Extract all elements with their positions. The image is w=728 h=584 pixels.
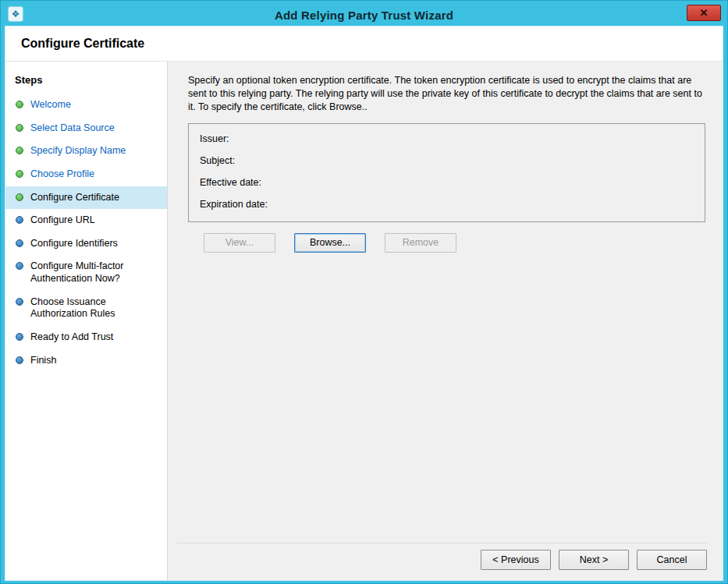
step-current-icon	[16, 193, 23, 201]
wizard-footer: < Previous Next > Cancel	[177, 543, 707, 570]
step-completed-icon	[16, 170, 23, 178]
certificate-actions: View... Browse... Remove	[204, 233, 705, 253]
remove-button: Remove	[385, 233, 456, 253]
page-title: Configure Certificate	[21, 37, 144, 51]
sidebar-item-label: Welcome	[30, 99, 71, 111]
wizard-window: ❖ Add Relying Party Trust Wizard ✕ Confi…	[0, 0, 728, 584]
main-panel: Specify an optional token encryption cer…	[168, 62, 723, 580]
sidebar-item-label: Configure Certificate	[30, 192, 119, 204]
sidebar-item-choose-issuance-authorization-rules[interactable]: Choose Issuance Authorization Rules	[5, 291, 167, 326]
sidebar-item-configure-certificate[interactable]: Configure Certificate	[5, 186, 167, 210]
step-upcoming-icon	[16, 239, 23, 247]
sidebar-item-specify-display-name[interactable]: Specify Display Name	[5, 140, 167, 163]
step-upcoming-icon	[16, 356, 23, 364]
sidebar-item-label: Configure URL	[30, 214, 95, 227]
next-button[interactable]: Next >	[559, 550, 629, 570]
step-upcoming-icon	[16, 262, 23, 270]
wizard-dialog: Configure Certificate Steps Welcome Sele…	[5, 26, 723, 581]
sidebar-item-label: Ready to Add Trust	[30, 331, 113, 344]
titlebar[interactable]: ❖ Add Relying Party Trust Wizard ✕	[5, 5, 723, 26]
issuer-label: Issuer:	[200, 131, 694, 153]
sidebar-item-ready-to-add-trust[interactable]: Ready to Add Trust	[5, 326, 167, 349]
cancel-button[interactable]: Cancel	[637, 550, 707, 570]
step-completed-icon	[16, 124, 23, 132]
sidebar-item-label: Specify Display Name	[30, 145, 126, 158]
sidebar-item-configure-identifiers[interactable]: Configure Identifiers	[5, 232, 167, 256]
close-icon[interactable]: ✕	[687, 5, 721, 21]
effective-date-label: Effective date:	[200, 175, 694, 196]
sidebar-item-label: Configure Multi-factor Authentication No…	[30, 260, 161, 285]
window-title: Add Relying Party Trust Wizard	[275, 9, 453, 22]
step-completed-icon	[16, 101, 23, 108]
browse-button[interactable]: Browse...	[294, 233, 366, 253]
subject-label: Subject:	[200, 153, 694, 175]
step-description: Specify an optional token encryption cer…	[188, 74, 703, 114]
wizard-app-icon: ❖	[8, 6, 23, 22]
step-completed-icon	[16, 147, 23, 154]
sidebar-item-label: Finish	[30, 355, 56, 367]
certificate-info-box: Issuer: Subject: Effective date: Expirat…	[188, 123, 705, 222]
sidebar-item-choose-profile[interactable]: Choose Profile	[5, 163, 167, 186]
steps-sidebar: Steps Welcome Select Data Source Specify…	[5, 62, 168, 580]
expiration-date-label: Expiration date:	[200, 196, 694, 218]
step-upcoming-icon	[16, 298, 23, 306]
sidebar-item-label: Choose Profile	[30, 168, 94, 181]
step-upcoming-icon	[16, 216, 23, 224]
sidebar-item-label: Select Data Source	[30, 122, 115, 135]
sidebar-item-finish[interactable]: Finish	[5, 349, 167, 373]
sidebar-item-label: Choose Issuance Authorization Rules	[30, 296, 161, 320]
sidebar-item-label: Configure Identifiers	[30, 238, 118, 250]
view-button: View...	[204, 233, 275, 253]
sidebar-item-configure-mfa[interactable]: Configure Multi-factor Authentication No…	[5, 255, 167, 290]
sidebar-item-configure-url[interactable]: Configure URL	[5, 209, 167, 232]
previous-button[interactable]: < Previous	[481, 550, 551, 570]
step-upcoming-icon	[16, 333, 23, 341]
steps-heading: Steps	[5, 68, 167, 94]
sidebar-item-select-data-source[interactable]: Select Data Source	[5, 117, 167, 140]
sidebar-item-welcome[interactable]: Welcome	[5, 94, 167, 117]
page-header: Configure Certificate	[5, 27, 723, 62]
